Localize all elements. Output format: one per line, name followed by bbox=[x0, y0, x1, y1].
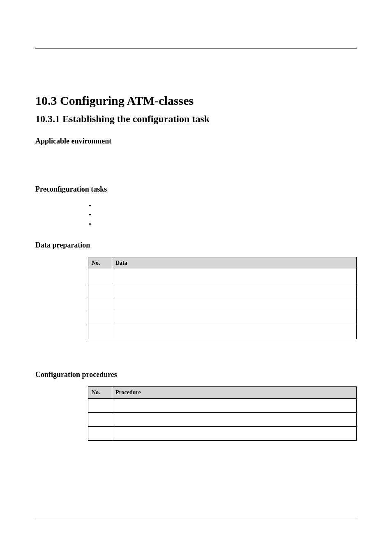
list-item bbox=[95, 220, 357, 229]
cell-no bbox=[88, 413, 112, 427]
cell-data bbox=[112, 325, 357, 339]
preconfiguration-tasks-heading: Preconfiguration tasks bbox=[35, 185, 357, 194]
table-row bbox=[88, 325, 357, 339]
cell-no bbox=[88, 297, 112, 311]
top-horizontal-rule bbox=[35, 49, 357, 49]
table-row bbox=[88, 283, 357, 297]
page-content: 10.3 Configuring ATM-classes 10.3.1 Esta… bbox=[35, 94, 357, 441]
cell-data bbox=[112, 283, 357, 297]
list-item bbox=[95, 210, 357, 219]
table-header-row: No. Data bbox=[88, 257, 357, 269]
table-row bbox=[88, 311, 357, 325]
cell-no bbox=[88, 311, 112, 325]
configuration-procedures-table: No. Procedure bbox=[88, 386, 357, 441]
spacer bbox=[35, 153, 357, 173]
table-header-row: No. Procedure bbox=[88, 387, 357, 399]
cell-data bbox=[112, 297, 357, 311]
data-preparation-heading: Data preparation bbox=[35, 241, 357, 250]
cell-procedure bbox=[112, 427, 357, 441]
section-title: 10.3 Configuring ATM-classes bbox=[35, 94, 357, 108]
col-header-procedure: Procedure bbox=[112, 387, 357, 399]
bottom-horizontal-rule bbox=[35, 517, 357, 517]
table-row bbox=[88, 297, 357, 311]
cell-procedure bbox=[112, 399, 357, 413]
list-item bbox=[95, 201, 357, 210]
data-preparation-table: No. Data bbox=[88, 257, 357, 339]
col-header-data: Data bbox=[112, 257, 357, 269]
col-header-no: No. bbox=[88, 387, 112, 399]
cell-no bbox=[88, 427, 112, 441]
cell-procedure bbox=[112, 413, 357, 427]
table-row bbox=[88, 413, 357, 427]
preconfiguration-bullet-list bbox=[95, 201, 357, 229]
cell-no bbox=[88, 325, 112, 339]
table-row bbox=[88, 399, 357, 413]
applicable-environment-heading: Applicable environment bbox=[35, 137, 357, 146]
configuration-procedures-heading: Configuration procedures bbox=[35, 370, 357, 379]
cell-no bbox=[88, 399, 112, 413]
table-row bbox=[88, 269, 357, 283]
cell-no bbox=[88, 269, 112, 283]
table-row bbox=[88, 427, 357, 441]
col-header-no: No. bbox=[88, 257, 112, 269]
cell-data bbox=[112, 269, 357, 283]
cell-no bbox=[88, 283, 112, 297]
spacer bbox=[35, 339, 357, 358]
subsection-title: 10.3.1 Establishing the configuration ta… bbox=[35, 113, 357, 125]
cell-data bbox=[112, 311, 357, 325]
